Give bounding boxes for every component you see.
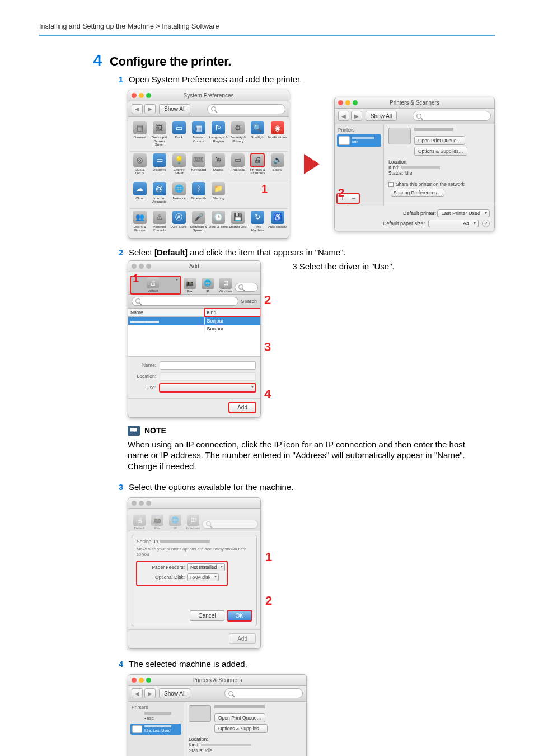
sysprefs-item-accessibility[interactable]: ♿Accessibility: [268, 211, 287, 232]
sysprefs-item-trackpad[interactable]: ▭Trackpad: [228, 153, 248, 175]
tab-ip-icon: 🌐: [169, 515, 181, 526]
sysprefs-item-dictation-speech[interactable]: 🎤Dictation & Speech: [189, 211, 208, 232]
name-label: Name:: [133, 362, 156, 368]
forward-button[interactable]: ▶: [144, 104, 156, 114]
sysprefs-item-printers-scanners[interactable]: 🖨Printers & Scanners: [248, 153, 268, 175]
name-field[interactable]: [160, 361, 256, 370]
remove-printer-button[interactable]: −: [348, 194, 359, 203]
paper-feeders-select[interactable]: Not Installed: [187, 563, 225, 571]
sidebar-header: Printers: [337, 127, 381, 133]
cancel-button[interactable]: Cancel: [190, 610, 224, 621]
sysprefs-item-spotlight[interactable]: 🔍Spotlight: [248, 121, 268, 147]
sysprefs-item-desktop-screen-saver[interactable]: 🖼Desktop & Screen Saver: [149, 121, 169, 147]
window-title: Printers & Scanners: [128, 677, 306, 683]
sysprefs-item-parental-controls[interactable]: ⚠Parental Controls: [149, 211, 169, 232]
search-input[interactable]: [224, 688, 303, 698]
network-icon: 🌐: [172, 182, 186, 195]
sysprefs-item-language-region[interactable]: 🏳Language & Region: [209, 121, 228, 147]
window-printers-scanners: Printers & Scanners ◀▶ Show All Printers: [334, 97, 495, 231]
step-title: Configure the printer.: [110, 54, 231, 69]
sysprefs-item-users-groups[interactable]: 👥Users & Groups: [130, 211, 149, 232]
use-select[interactable]: [160, 384, 256, 392]
sysprefs-item-security-privacy[interactable]: ⚙Security & Privacy: [228, 121, 248, 147]
sysprefs-body: ▤General🖼Desktop & Screen Saver▭Dock▦Mis…: [128, 117, 289, 238]
notifications-icon: ◉: [271, 121, 284, 134]
sysprefs-item-label: Sound: [273, 168, 283, 172]
show-all-button[interactable]: Show All: [159, 104, 190, 114]
default-paper-select[interactable]: A4: [428, 220, 479, 227]
list-item[interactable]: Bonjour: [128, 325, 260, 333]
tab-ip[interactable]: 🌐IP: [199, 278, 217, 294]
sysprefs-item-sharing[interactable]: 📁Sharing: [209, 182, 228, 204]
dictation-speech-icon: 🎤: [192, 211, 205, 224]
sysprefs-item-displays[interactable]: ▭Displays: [149, 153, 169, 175]
search-input[interactable]: [207, 104, 285, 114]
printer-list-item-selected[interactable]: Idle, Last Used: [130, 724, 181, 735]
optional-disk-select[interactable]: RAM disk: [187, 573, 219, 581]
sysprefs-item-time-machine[interactable]: ↻Time Machine: [248, 211, 268, 232]
zoom-icon[interactable]: [146, 501, 151, 506]
printer-icon: [132, 712, 142, 720]
minimize-icon[interactable]: [139, 501, 144, 506]
show-all-button[interactable]: Show All: [159, 688, 190, 698]
mouse-icon: 🖱: [212, 153, 225, 167]
open-print-queue-button[interactable]: Open Print Queue…: [414, 136, 465, 145]
search-icon: [416, 114, 421, 119]
sysprefs-item-bluetooth[interactable]: ᛒBluetooth: [189, 182, 208, 204]
location-field[interactable]: [160, 372, 256, 381]
back-button[interactable]: ◀: [132, 104, 143, 114]
forward-button[interactable]: ▶: [144, 688, 156, 698]
sysprefs-item-keyboard[interactable]: ⌨Keyboard: [189, 153, 208, 175]
printer-list-item[interactable]: • Idle: [130, 711, 181, 722]
sysprefs-item-mission-control[interactable]: ▦Mission Control: [189, 121, 208, 147]
substep-2-side-text: 3 Select the driver in "Use".: [292, 262, 394, 271]
sysprefs-item-general[interactable]: ▤General: [130, 121, 149, 147]
sysprefs-item-internet-accounts[interactable]: @Internet Accounts: [149, 182, 169, 204]
sysprefs-item-app-store[interactable]: ⒶApp Store: [169, 211, 189, 232]
sysprefs-item-network[interactable]: 🌐Network: [169, 182, 189, 204]
sysprefs-item-dock[interactable]: ▭Dock: [169, 121, 189, 147]
search-input[interactable]: [413, 111, 491, 121]
sysprefs-item-startup-disk[interactable]: 💾Startup Disk: [228, 211, 248, 232]
add-button[interactable]: Add: [229, 402, 256, 413]
tab-windows[interactable]: ⊞Windows: [217, 278, 235, 294]
printer-model-placeholder: [214, 705, 265, 708]
sysprefs-item-cds-dvds[interactable]: ◎CDs & DVDs: [130, 153, 149, 175]
sysprefs-item-notifications[interactable]: ◉Notifications: [268, 121, 287, 147]
default-printer-select[interactable]: Last Printer Used: [437, 209, 490, 217]
open-print-queue-button[interactable]: Open Print Queue…: [214, 713, 265, 722]
back-button[interactable]: ◀: [132, 688, 143, 698]
sysprefs-item-label: Dictation & Speech: [189, 225, 208, 232]
options-supplies-button[interactable]: Options & Supplies…: [214, 724, 268, 733]
sysprefs-item-label: Displays: [153, 168, 166, 172]
sharing-prefs-button[interactable]: Sharing Preferences…: [391, 189, 444, 197]
back-button[interactable]: ◀: [338, 111, 349, 121]
forward-button[interactable]: ▶: [351, 111, 362, 121]
trackpad-icon: ▭: [231, 153, 245, 167]
sysprefs-item-label: Keyboard: [191, 168, 207, 172]
share-checkbox[interactable]: [388, 182, 394, 187]
step-number-4: 4: [90, 53, 102, 68]
show-all-button[interactable]: Show All: [366, 111, 397, 121]
tab-search[interactable]: [235, 283, 258, 292]
note-label: NOTE: [144, 426, 166, 435]
substep-num-3: 3: [115, 483, 123, 492]
close-icon[interactable]: [132, 501, 137, 506]
printer-name-placeholder: [144, 725, 171, 727]
sysprefs-item-energy-saver[interactable]: 💡Energy Saver: [169, 153, 189, 175]
sysprefs-item-date-time[interactable]: 🕒Date & Time: [209, 211, 228, 232]
printer-list-item[interactable]: Idle: [337, 134, 381, 147]
sysprefs-item-sound[interactable]: 🔊Sound: [268, 153, 287, 175]
options-supplies-button[interactable]: Options & Supplies…: [414, 147, 467, 156]
help-button[interactable]: ?: [482, 220, 490, 227]
sysprefs-item-icloud[interactable]: ☁iCloud: [130, 182, 149, 204]
sysprefs-item-label: Spotlight: [251, 136, 264, 139]
search-input[interactable]: [132, 297, 238, 306]
options-highlight: Paper Feeders:Not Installed Optional Dis…: [137, 561, 227, 586]
sysprefs-item-mouse[interactable]: 🖱Mouse: [209, 153, 228, 175]
window-title: Add: [128, 263, 260, 269]
ok-button[interactable]: OK: [227, 610, 252, 621]
tab-fax[interactable]: 📠Fax: [181, 278, 199, 294]
sysprefs-item-label: Internet Accounts: [149, 197, 169, 204]
list-item[interactable]: ▬▬▬▬▬▬Bonjour: [128, 317, 260, 325]
